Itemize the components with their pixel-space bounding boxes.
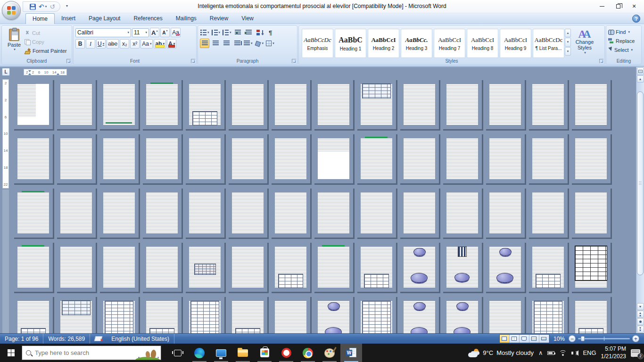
font-color-button[interactable]: A▾ — [167, 39, 176, 49]
view-ruler-toggle-button[interactable] — [637, 67, 644, 75]
help-button[interactable]: ? — [632, 15, 640, 23]
page-thumbnail[interactable] — [399, 79, 439, 130]
tab-view[interactable]: View — [235, 13, 260, 24]
view-outline-button[interactable] — [529, 335, 539, 343]
page-thumbnail[interactable] — [314, 296, 354, 333]
clipboard-dialog-launcher[interactable] — [66, 59, 71, 63]
page-thumbnail[interactable] — [485, 296, 525, 333]
page-thumbnail[interactable] — [142, 79, 182, 130]
show-hidden-icons-button[interactable]: ∧ — [538, 349, 543, 356]
decrease-indent-button[interactable] — [233, 28, 243, 37]
page-thumbnail[interactable] — [399, 296, 439, 333]
page-thumbnail[interactable] — [56, 242, 96, 292]
style-heading-1[interactable]: AaBbCHeading 1 — [335, 29, 366, 58]
tab-review[interactable]: Review — [203, 13, 235, 24]
page-thumbnail[interactable] — [356, 296, 396, 333]
page-thumbnail[interactable] — [485, 242, 525, 292]
page-thumbnail[interactable] — [13, 296, 53, 333]
style-emphasis[interactable]: AaBbCcDcEmphasis — [302, 29, 333, 58]
page-thumbnail[interactable] — [228, 296, 268, 333]
page-thumbnail[interactable] — [571, 296, 611, 333]
numbering-button[interactable]: ▾ — [211, 28, 221, 37]
italic-button[interactable]: I — [86, 39, 95, 49]
office-button[interactable] — [2, 1, 21, 20]
page-thumbnail[interactable] — [399, 242, 439, 292]
page-thumbnail[interactable] — [185, 296, 225, 333]
format-painter-button[interactable]: Format Painter — [25, 47, 67, 55]
page-thumbnail[interactable] — [142, 242, 182, 292]
zoom-out-button[interactable]: − — [569, 335, 576, 342]
restore-button[interactable] — [610, 0, 626, 12]
page-thumbnail[interactable] — [442, 188, 482, 238]
page-thumbnail[interactable] — [356, 133, 396, 184]
page-thumbnail[interactable] — [271, 296, 311, 333]
page-thumbnail[interactable] — [571, 188, 611, 238]
page-thumbnail[interactable] — [56, 188, 96, 238]
scrollbar-thumb[interactable] — [637, 91, 644, 275]
page-thumbnail[interactable] — [356, 242, 396, 292]
next-page-button[interactable]: ▼▼ — [637, 326, 644, 333]
page-thumbnail[interactable] — [99, 242, 139, 292]
page-thumbnail[interactable] — [13, 242, 53, 292]
weather-widget[interactable]: 9°C Mostly cloudy — [468, 349, 534, 357]
page-thumbnail[interactable] — [356, 188, 396, 238]
scroll-down-button[interactable]: ▼ — [637, 303, 644, 310]
subscript-button[interactable]: x₂ — [120, 39, 129, 49]
paint-taskbar-button[interactable] — [319, 344, 340, 362]
style-heading-8[interactable]: AaBbCcIHeading 8 — [467, 29, 498, 58]
sort-button[interactable] — [255, 28, 264, 37]
repeat-button[interactable]: ↺ — [50, 3, 55, 10]
tab-stop-selector[interactable]: L — [2, 68, 10, 76]
vertical-scrollbar[interactable]: ▲ ▼ ▲▲ ▼▼ — [636, 67, 644, 333]
text-highlight-button[interactable]: ab▾ — [154, 39, 166, 49]
font-size-combobox[interactable]: 11▾ — [132, 28, 149, 37]
align-right-button[interactable] — [222, 39, 231, 48]
proofing-status[interactable] — [90, 334, 107, 344]
page-thumbnail[interactable] — [13, 133, 53, 184]
page-thumbnail[interactable] — [571, 79, 611, 130]
previous-page-button[interactable]: ▲▲ — [637, 311, 644, 318]
page-thumbnail[interactable] — [442, 242, 482, 292]
styles-more-button[interactable]: ▼ — [565, 47, 571, 56]
view-print-layout-button[interactable] — [500, 335, 510, 343]
page-thumbnail[interactable] — [356, 79, 396, 130]
view-draft-button[interactable] — [539, 335, 549, 343]
page-thumbnail[interactable] — [485, 79, 525, 130]
page-thumbnail[interactable] — [271, 188, 311, 238]
view-web-layout-button[interactable] — [520, 335, 529, 343]
justify-button[interactable] — [232, 39, 242, 48]
underline-button[interactable]: U▾ — [96, 39, 106, 49]
page-thumbnail[interactable] — [528, 188, 568, 238]
grow-font-button[interactable]: A▲ — [150, 28, 159, 37]
align-center-button[interactable] — [211, 39, 220, 48]
page-thumbnail[interactable] — [528, 133, 568, 184]
undo-button[interactable]: ↶▾ — [39, 3, 47, 10]
cut-button[interactable]: Cut — [25, 29, 67, 37]
page-thumbnail[interactable] — [56, 133, 96, 184]
replace-button[interactable]: Replace — [608, 37, 639, 45]
page-thumbnail[interactable] — [571, 242, 611, 292]
increase-indent-button[interactable] — [244, 28, 254, 37]
styles-scroll-up-button[interactable]: ▲ — [565, 29, 571, 37]
tab-insert[interactable]: Insert — [55, 13, 82, 24]
page-thumbnail[interactable] — [56, 79, 96, 130]
microsoft-store-button[interactable] — [254, 344, 275, 362]
page-thumbnail[interactable] — [485, 133, 525, 184]
file-explorer-button[interactable] — [232, 344, 254, 362]
page-thumbnail[interactable] — [185, 242, 225, 292]
borders-button[interactable]: ▾ — [265, 39, 275, 48]
close-button[interactable]: × — [626, 0, 642, 12]
zoom-slider-track[interactable] — [578, 338, 630, 339]
page-thumbnail[interactable] — [185, 79, 225, 130]
page-thumbnail[interactable] — [399, 188, 439, 238]
page-thumbnail[interactable] — [228, 133, 268, 184]
strikethrough-button[interactable]: abe — [107, 39, 119, 49]
page-thumbnail[interactable] — [99, 133, 139, 184]
notification-center-button[interactable]: 2 — [631, 349, 640, 357]
page-thumbnail[interactable] — [442, 296, 482, 333]
style-heading-7[interactable]: AaBbCcIHeading 7 — [434, 29, 465, 58]
page-thumbnail[interactable] — [528, 242, 568, 292]
zoom-in-button[interactable]: + — [632, 335, 639, 342]
copy-button[interactable]: Copy — [25, 38, 67, 46]
bold-button[interactable]: B — [75, 39, 85, 49]
